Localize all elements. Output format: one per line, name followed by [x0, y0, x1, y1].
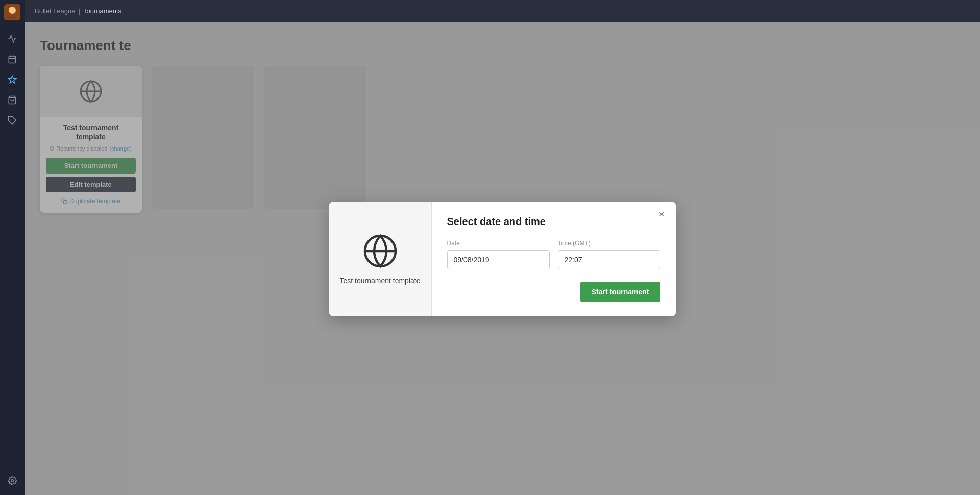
form-row: Date Time (GMT)	[447, 240, 660, 269]
modal-dialog: Test tournament template × Select date a…	[329, 202, 676, 316]
breadcrumb-current: Tournaments	[83, 7, 121, 15]
modal-right-panel: × Select date and time Date Time (GMT)	[432, 202, 676, 316]
breadcrumb-app: Bullet League	[35, 7, 76, 15]
sidebar-item-analytics[interactable]	[3, 30, 21, 48]
modal-left-panel: Test tournament template	[329, 202, 431, 316]
sidebar-bottom	[3, 471, 21, 491]
svg-rect-2	[9, 56, 16, 63]
breadcrumb-separator: |	[79, 7, 80, 15]
sidebar-item-tournaments[interactable]	[3, 70, 21, 89]
sidebar-item-tags[interactable]	[3, 111, 21, 130]
sidebar-item-store[interactable]	[3, 91, 21, 109]
time-form-group: Time (GMT)	[558, 240, 660, 269]
main-content: Bullet League | Tournaments Tournament t…	[24, 0, 980, 495]
time-label: Time (GMT)	[558, 240, 660, 247]
svg-point-1	[9, 7, 16, 14]
modal-overlay[interactable]: Test tournament template × Select date a…	[24, 22, 980, 495]
date-input[interactable]	[447, 250, 550, 269]
sidebar	[0, 0, 24, 495]
date-label: Date	[447, 240, 550, 247]
date-form-group: Date	[447, 240, 550, 269]
time-input[interactable]	[558, 250, 660, 269]
modal-title: Select date and time	[447, 216, 660, 228]
sidebar-item-calendar[interactable]	[3, 50, 21, 68]
svg-marker-6	[9, 76, 16, 83]
modal-template-name: Test tournament template	[340, 277, 421, 285]
sidebar-item-settings[interactable]	[3, 472, 21, 490]
modal-footer: Start tournament	[447, 282, 660, 302]
breadcrumb-bar: Bullet League | Tournaments	[24, 0, 980, 22]
modal-start-tournament-button[interactable]: Start tournament	[580, 282, 660, 302]
page-area: Tournament te Test tournamenttemplate Re…	[24, 22, 980, 495]
avatar[interactable]	[4, 4, 20, 20]
modal-globe-icon	[362, 233, 399, 269]
svg-point-9	[11, 480, 14, 482]
modal-close-button[interactable]: ×	[656, 209, 668, 220]
